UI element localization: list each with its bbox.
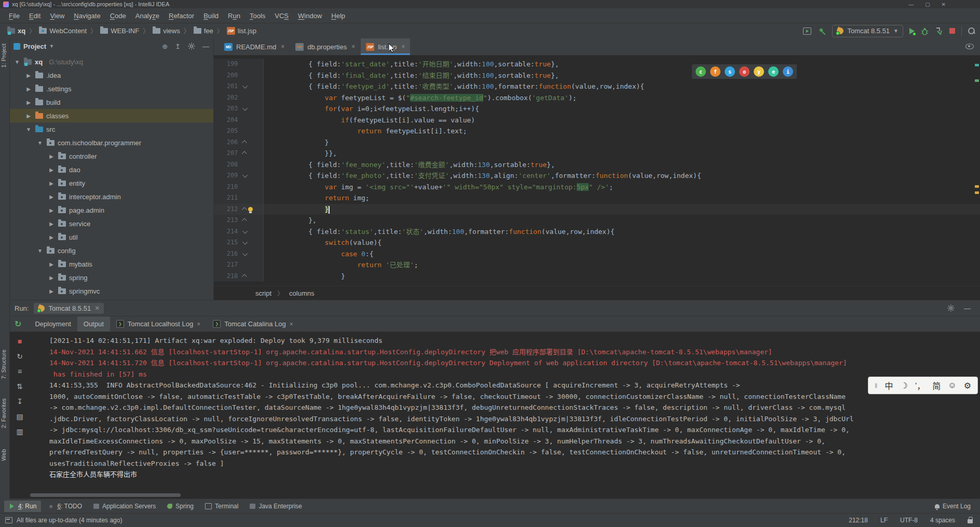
tool-window-button-web[interactable]: Web — [1, 449, 7, 461]
code-line-205[interactable]: 205 return feetypeList[i].text; — [214, 126, 980, 137]
opera-browser-icon[interactable]: o — [739, 66, 750, 77]
code-line-215[interactable]: 215 switch(value){ — [214, 237, 980, 248]
menu-refactor[interactable]: Refactor — [164, 10, 199, 21]
run-configuration-select[interactable]: Tomcat 8.5.51 ▼ — [832, 25, 903, 37]
search-everywhere-icon[interactable] — [968, 27, 975, 34]
project-panel-title[interactable]: Project — [23, 43, 46, 50]
breadcrumb-item-webcontent[interactable]: WebContent — [37, 26, 89, 36]
ime-grip-icon[interactable]: ‖ — [875, 382, 877, 390]
code-line-207[interactable]: 207 }}, — [214, 148, 980, 159]
close-icon[interactable]: × — [290, 321, 293, 328]
tree-item-controller[interactable]: ▶controller — [9, 149, 213, 163]
tool-window-button-favorites[interactable]: 2: Favorites — [1, 398, 7, 428]
inspection-eye-icon[interactable] — [965, 44, 974, 49]
menu-code[interactable]: Code — [105, 10, 131, 21]
editor-breadcrumb-script[interactable]: script — [255, 289, 271, 297]
build-hammer-icon[interactable] — [818, 27, 826, 35]
scroll-to-end-icon[interactable]: ↧ — [17, 397, 23, 406]
breadcrumb-item-fee[interactable]: fee — [192, 26, 215, 36]
menu-file[interactable]: File — [4, 10, 24, 21]
run-tab-tomcat-localhost-log[interactable]: ❯Tomcat Localhost Log× — [110, 316, 207, 331]
tree-item-interceptor-admin[interactable]: ▶interceptor.admin — [9, 190, 213, 203]
tool-window-button-4--run[interactable]: 4: Run — [4, 501, 41, 512]
tree-item-service[interactable]: ▶service — [9, 217, 213, 230]
fold-open-icon[interactable] — [243, 106, 248, 111]
menu-view[interactable]: View — [45, 10, 69, 21]
collapsed-arrow-icon[interactable]: ▶ — [25, 73, 32, 78]
collapsed-arrow-icon[interactable]: ▶ — [25, 113, 32, 119]
code-line-217[interactable]: 217 return '已处理'; — [214, 259, 980, 271]
code-line-203[interactable]: 203 for(var i=0;i<feetypeList.length;i++… — [214, 103, 980, 115]
collapsed-arrow-icon[interactable]: ▶ — [48, 261, 55, 267]
collapsed-arrow-icon[interactable]: ▶ — [25, 100, 32, 105]
tree-item-springmvc[interactable]: ▶springmvc — [9, 284, 213, 298]
tree-item-build[interactable]: ▶build — [9, 95, 213, 109]
ime-emoji-icon[interactable]: ☺ — [948, 381, 956, 390]
tool-window-button-project[interactable]: 1: Project — [1, 44, 7, 67]
chevron-down-icon[interactable]: ▼ — [49, 44, 54, 49]
collapsed-arrow-icon[interactable]: ▶ — [48, 234, 55, 240]
code-line-210[interactable]: 210 var img = '<img src="'+value+'" widt… — [214, 182, 980, 193]
menu-help[interactable]: Help — [326, 10, 350, 21]
fold-close-icon[interactable] — [242, 218, 247, 224]
tool-windows-icon[interactable] — [803, 27, 811, 35]
code-line-212[interactable]: 212 } — [214, 204, 980, 215]
code-line-199[interactable]: 199 { field:'start_date',title:'开始日期',wi… — [214, 59, 980, 70]
collapsed-arrow-icon[interactable]: ▶ — [25, 86, 32, 92]
expanded-arrow-icon[interactable]: ▼ — [36, 248, 44, 254]
tool-window-button-6--todo[interactable]: ≡6: TODO — [43, 501, 87, 512]
clear-all-icon[interactable]: ▥ — [16, 427, 23, 436]
encoding-widget[interactable]: UTF-8 — [900, 517, 918, 524]
editor-tab-readme-md[interactable]: MDREADME.md× — [219, 38, 290, 55]
menu-run[interactable]: Run — [223, 10, 245, 21]
tree-item-mybatis[interactable]: ▶mybatis — [9, 257, 213, 271]
fold-open-icon[interactable] — [243, 240, 248, 245]
collapsed-arrow-icon[interactable]: ▶ — [48, 275, 55, 281]
menu-window[interactable]: Window — [293, 10, 326, 21]
tree-item-com-ischoolbar-programmer[interactable]: ▼com.ischoolbar.programmer — [9, 136, 213, 149]
tree-item-src[interactable]: ▼src — [9, 122, 213, 136]
tool-window-button-java-enterprise[interactable]: Java Enterprise — [245, 501, 306, 512]
ime-simplified-icon[interactable]: 简 — [932, 379, 941, 392]
menu-navigate[interactable]: Navigate — [69, 10, 105, 21]
tree-item--idea[interactable]: ▶.idea — [9, 68, 213, 82]
hide-panel-icon[interactable]: — — [202, 43, 209, 50]
tree-item-config[interactable]: ▼config — [9, 244, 213, 257]
expanded-arrow-icon[interactable]: ▼ — [25, 127, 32, 132]
console-output[interactable]: [2021-11-14 02:41:51,171] Artifact xq:wa… — [30, 332, 980, 500]
fold-close-icon[interactable] — [242, 207, 247, 212]
collapsed-arrow-icon[interactable]: ▶ — [48, 154, 55, 159]
line-separator-widget[interactable]: LF — [880, 517, 888, 524]
event-log-button[interactable]: Event Log — [935, 503, 976, 510]
ime-punct-icon[interactable]: ’， — [915, 379, 925, 392]
collapsed-arrow-icon[interactable]: ▶ — [48, 207, 55, 213]
expanded-arrow-icon[interactable]: ▼ — [36, 140, 44, 146]
code-line-206[interactable]: 206 } — [214, 137, 980, 148]
menu-build[interactable]: Build — [199, 10, 223, 21]
breadcrumb-item-list.jsp[interactable]: JSPlist.jsp — [225, 26, 258, 36]
intention-bulb-icon[interactable] — [248, 207, 253, 212]
editor-tab-list-jsp[interactable]: JSPlist.jsp× — [361, 38, 410, 55]
code-editor[interactable]: 199 { field:'start_date',title:'开始日期',wi… — [214, 56, 980, 286]
menu-vcs[interactable]: VCS — [270, 10, 293, 21]
tree-item--settings[interactable]: ▶.settings — [9, 82, 213, 95]
menu-tools[interactable]: Tools — [245, 10, 270, 21]
tree-item-util[interactable]: ▶util — [9, 230, 213, 244]
tool-window-button-application-servers[interactable]: Application Servers — [89, 501, 160, 512]
settings-gear-icon[interactable] — [188, 43, 195, 50]
tree-item-page-admin[interactable]: ▶page.admin — [9, 203, 213, 217]
settings-gear-icon[interactable] — [947, 304, 955, 312]
stop-icon[interactable]: ■ — [18, 337, 22, 345]
minimize-icon[interactable]: — — [908, 2, 914, 7]
coverage-button[interactable] — [935, 27, 943, 35]
run-process-tab[interactable]: Tomcat 8.5.51 ✕ — [34, 303, 104, 314]
editor-tab-db-properties[interactable]: db.properties× — [290, 38, 360, 55]
indent-widget[interactable]: 4 spaces — [930, 517, 955, 524]
code-line-202[interactable]: 202 var feetypeList = $("#search-feetype… — [214, 92, 980, 104]
tool-window-button-spring[interactable]: Spring — [162, 501, 198, 512]
edge-browser-icon[interactable]: e — [768, 66, 779, 77]
rerun-icon[interactable]: ↻ — [15, 319, 21, 329]
collapsed-arrow-icon[interactable]: ▶ — [48, 221, 55, 227]
code-line-209[interactable]: 209 { field:'fee_photo',title:'支付凭证',wid… — [214, 170, 980, 182]
code-line-204[interactable]: 204 if(feetypeList[i].value == value) — [214, 115, 980, 126]
